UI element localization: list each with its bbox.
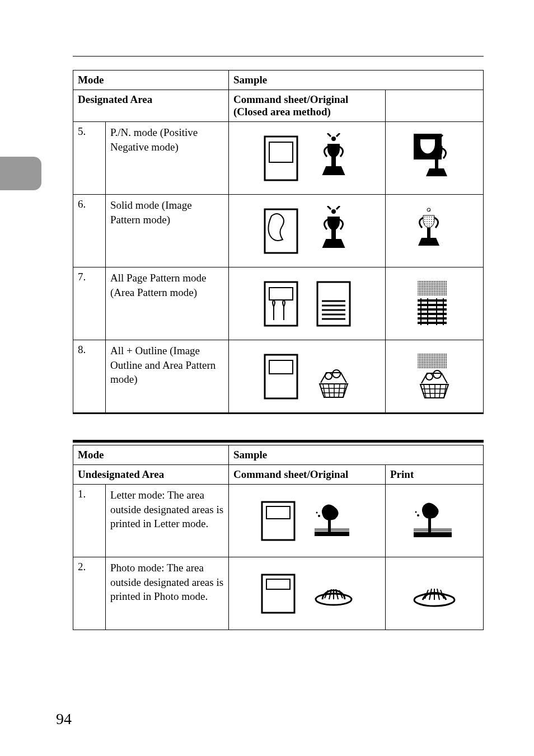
undesignated-area-table: Mode Sample Undesignated Area Command sh… (73, 445, 484, 630)
svg-point-54 (426, 373, 433, 380)
header-designated-area: Designated Area (73, 90, 229, 122)
tree-original-icon (311, 501, 356, 541)
result-cell (386, 122, 484, 195)
header-sample: Sample (229, 71, 484, 90)
row-desc: Letter mode: The area outside designated… (106, 485, 229, 557)
command-sheet-icon (261, 133, 301, 184)
svg-point-66 (417, 514, 419, 516)
svg-rect-1 (269, 142, 293, 162)
svg-point-55 (433, 370, 441, 378)
svg-rect-64 (414, 528, 452, 532)
solid-result-icon (406, 203, 462, 259)
row-num: 6. (73, 195, 106, 267)
header-sample: Sample (229, 445, 484, 465)
svg-point-12 (427, 208, 430, 212)
svg-rect-65 (428, 518, 431, 532)
svg-line-37 (329, 384, 330, 397)
svg-rect-23 (418, 280, 447, 296)
result-cell (386, 485, 484, 557)
row-desc: P./N. mode (Positive Negative mode) (106, 122, 229, 195)
sample-cell (229, 557, 386, 630)
svg-point-43 (325, 373, 332, 379)
sample-cell (229, 195, 386, 267)
header-mode: Mode (73, 71, 229, 90)
all-outline-result-icon (412, 349, 457, 405)
svg-point-6 (434, 138, 439, 143)
row-desc: All + Outline (Image Outline and Area Pa… (106, 340, 229, 413)
sample-cell (229, 485, 386, 557)
command-sheet-icon (259, 571, 298, 616)
svg-rect-59 (315, 528, 349, 531)
svg-point-67 (415, 511, 417, 513)
sample-cell (229, 340, 386, 413)
result-cell (386, 267, 484, 340)
row-num: 5. (73, 122, 106, 195)
result-cell (386, 195, 484, 267)
svg-rect-63 (414, 532, 452, 537)
svg-rect-35 (269, 360, 293, 374)
command-sheet-icon (261, 351, 301, 402)
svg-line-50 (439, 384, 441, 398)
section-tab (0, 157, 41, 190)
svg-point-44 (332, 370, 340, 378)
svg-rect-58 (315, 532, 349, 536)
header-command-sheet: Command sheet/Original (229, 465, 386, 485)
table-separator (73, 413, 484, 442)
svg-line-39 (339, 384, 340, 397)
sample-cell (229, 122, 386, 195)
header-mode: Mode (73, 445, 229, 465)
letter-result-icon (409, 499, 460, 543)
row-desc: All Page Pattern mode (Area Pattern mode… (106, 267, 229, 340)
hat-original-icon (311, 577, 356, 611)
pn-result-icon (409, 130, 460, 186)
basket-original-icon (314, 351, 353, 402)
svg-rect-8 (332, 229, 335, 240)
page-number: 94 (56, 710, 72, 728)
svg-point-3 (331, 137, 336, 141)
svg-rect-5 (435, 158, 438, 168)
svg-point-62 (316, 511, 317, 513)
svg-rect-2 (332, 157, 335, 167)
designated-area-table: Mode Sample Designated Area Command shee… (73, 70, 484, 413)
result-cell (386, 557, 484, 630)
command-sheet-icon (261, 206, 301, 256)
svg-rect-69 (266, 579, 290, 589)
svg-rect-46 (418, 353, 447, 369)
row-num: 8. (73, 340, 106, 413)
row-desc: Photo mode: The area outside designated … (106, 557, 229, 630)
svg-point-61 (318, 515, 320, 517)
command-sheet-icon (261, 279, 301, 329)
command-sheet-icon (259, 499, 298, 543)
svg-rect-11 (427, 228, 430, 238)
trophy-original-icon (314, 206, 353, 256)
header-result-blank (386, 90, 484, 122)
row-num: 1. (73, 485, 106, 557)
header-command-sheet: Command sheet/Original (Closed area meth… (229, 90, 386, 122)
photo-result-icon (409, 574, 460, 613)
top-rule (73, 56, 484, 57)
row-desc: Solid mode (Image Pattern mode) (106, 195, 229, 267)
row-num: 2. (73, 557, 106, 630)
lines-original-icon (314, 279, 353, 329)
sample-cell (229, 267, 386, 340)
pattern-result-icon (412, 276, 457, 332)
svg-line-48 (429, 384, 430, 398)
svg-rect-14 (269, 288, 293, 300)
header-print: Print (386, 465, 484, 485)
svg-point-9 (331, 209, 336, 214)
row-num: 7. (73, 267, 106, 340)
svg-rect-57 (266, 506, 290, 519)
header-undesignated-area: Undesignated Area (73, 465, 229, 485)
result-cell (386, 340, 484, 413)
trophy-original-icon (314, 133, 353, 184)
